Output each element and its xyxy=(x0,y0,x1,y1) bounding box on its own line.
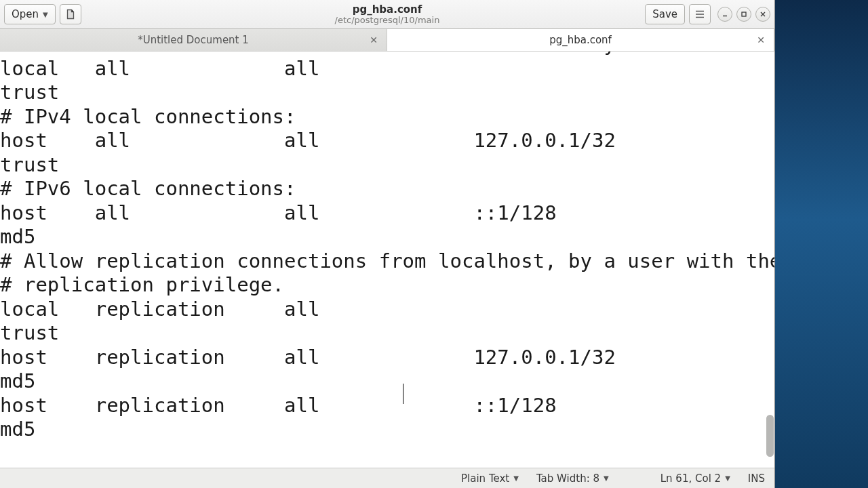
minimize-button[interactable] xyxy=(717,7,732,22)
desktop-background xyxy=(775,0,868,488)
tab-close-button[interactable]: ✕ xyxy=(368,34,380,46)
syntax-selector[interactable]: Plain Text ▼ xyxy=(461,472,519,485)
insert-mode[interactable]: INS xyxy=(748,472,765,485)
minimize-icon xyxy=(722,11,728,18)
tab-close-button[interactable]: ✕ xyxy=(755,34,767,46)
chevron-down-icon: ▼ xyxy=(725,474,730,482)
tab-bar: *Untitled Document 1 ✕ pg_hba.conf ✕ xyxy=(0,29,774,52)
tabwidth-label: Tab Width: 8 xyxy=(536,472,599,485)
chevron-down-icon: ▼ xyxy=(513,474,519,482)
maximize-icon xyxy=(741,11,747,18)
tab-untitled[interactable]: *Untitled Document 1 ✕ xyxy=(0,29,387,51)
save-label: Save xyxy=(652,8,677,20)
window-controls xyxy=(717,7,770,22)
tab-label: pg_hba.conf xyxy=(549,34,612,46)
editor-area[interactable]: # local is for Unix domain socket connec… xyxy=(0,52,774,468)
vertical-scrollbar[interactable] xyxy=(766,52,774,468)
scrollbar-thumb[interactable] xyxy=(766,415,774,457)
save-button[interactable]: Save xyxy=(645,4,685,24)
maximize-button[interactable] xyxy=(736,7,751,22)
headerbar-left: Open ▼ xyxy=(4,4,81,24)
close-icon xyxy=(760,11,766,18)
tab-label: *Untitled Document 1 xyxy=(138,34,249,46)
new-document-button[interactable] xyxy=(60,4,81,24)
close-button[interactable] xyxy=(755,7,770,22)
hamburger-icon xyxy=(695,10,705,18)
open-button[interactable]: Open ▼ xyxy=(4,4,56,24)
cursor-position[interactable]: Ln 61, Col 2 ▼ xyxy=(660,472,730,485)
new-document-icon xyxy=(65,9,76,20)
position-label: Ln 61, Col 2 xyxy=(660,472,721,485)
svg-rect-0 xyxy=(742,12,746,16)
chevron-down-icon: ▼ xyxy=(604,474,609,482)
headerbar-right: Save xyxy=(645,4,770,24)
status-bar: Plain Text ▼ Tab Width: 8 ▼ Ln 61, Col 2… xyxy=(0,468,774,488)
tab-pg-hba[interactable]: pg_hba.conf ✕ xyxy=(387,29,774,51)
tabwidth-selector[interactable]: Tab Width: 8 ▼ xyxy=(536,472,609,485)
text-caret xyxy=(403,384,403,404)
hamburger-menu-button[interactable] xyxy=(689,4,711,24)
insert-mode-label: INS xyxy=(748,472,765,485)
headerbar: Open ▼ pg_hba.conf /etc/postgresql/10/ma… xyxy=(0,0,774,29)
chevron-down-icon: ▼ xyxy=(43,11,48,18)
syntax-label: Plain Text xyxy=(461,472,509,485)
editor-content[interactable]: # local is for Unix domain socket connec… xyxy=(0,52,774,468)
gedit-window: Open ▼ pg_hba.conf /etc/postgresql/10/ma… xyxy=(0,0,775,488)
open-label: Open xyxy=(12,8,39,20)
